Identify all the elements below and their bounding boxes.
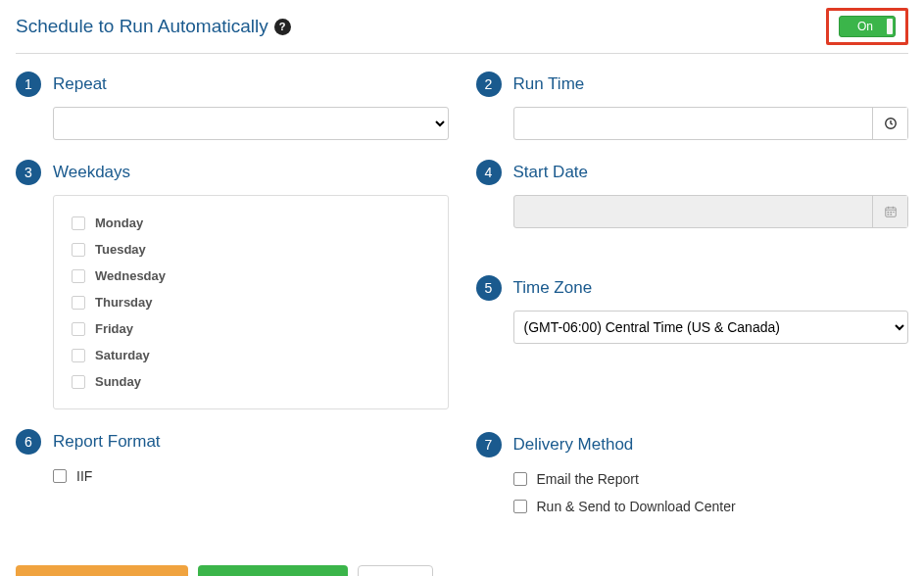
section-title-timezone: Time Zone — [513, 278, 593, 298]
weekday-row-tuesday[interactable]: Tuesday — [72, 238, 430, 261]
startdate-input — [514, 196, 873, 227]
svg-rect-7 — [893, 212, 894, 213]
format-row-iif[interactable]: IIF — [53, 464, 449, 488]
delivery-label: Run & Send to Download Center — [537, 499, 736, 514]
section-title-format: Report Format — [53, 432, 161, 452]
schedule-toggle[interactable]: On — [839, 16, 896, 37]
weekday-label: Friday — [95, 321, 133, 336]
checkbox-icon[interactable] — [72, 296, 85, 310]
section-timezone: 5 Time Zone (GMT-06:00) Central Time (US… — [476, 275, 909, 344]
right-column: 2 Run Time 4 Start Date — [476, 72, 909, 538]
weekday-label: Tuesday — [95, 242, 146, 257]
weekday-box: Monday Tuesday Wednesday Thursday — [53, 195, 449, 409]
checkbox-icon[interactable] — [72, 243, 85, 257]
checkbox-icon[interactable] — [72, 349, 85, 362]
page-title-text: Schedule to Run Automatically — [16, 16, 268, 37]
checkbox-icon[interactable] — [513, 500, 527, 513]
weekday-row-wednesday[interactable]: Wednesday — [72, 264, 430, 287]
toggle-highlight: On — [826, 8, 908, 45]
runtime-input[interactable] — [514, 108, 873, 139]
page-title: Schedule to Run Automatically ? — [16, 16, 291, 37]
weekday-label: Wednesday — [95, 268, 166, 283]
section-runtime: 2 Run Time — [476, 72, 909, 140]
delivery-row-download[interactable]: Run & Send to Download Center — [513, 495, 909, 518]
repeat-select[interactable] — [53, 107, 449, 140]
clock-icon[interactable] — [872, 108, 907, 139]
toggle-knob-icon — [887, 19, 893, 34]
checkbox-icon[interactable] — [72, 322, 85, 336]
left-column: 1 Repeat 3 Weekdays Monday — [16, 72, 449, 538]
section-title-startdate: Start Date — [513, 163, 589, 182]
weekday-label: Monday — [95, 216, 143, 230]
timezone-select[interactable]: (GMT-06:00) Central Time (US & Canada) — [513, 311, 909, 344]
svg-rect-5 — [887, 212, 889, 213]
cancel-button[interactable]: Cancel — [358, 565, 434, 576]
checkbox-icon[interactable] — [513, 472, 527, 486]
section-delivery: 7 Delivery Method Email the Report Run &… — [476, 432, 909, 518]
section-repeat: 1 Repeat — [16, 72, 449, 140]
button-row: Run Scheduled Report Save Configuration … — [16, 565, 908, 576]
weekday-label: Saturday — [95, 348, 150, 362]
section-title-repeat: Repeat — [53, 74, 107, 94]
svg-rect-9 — [890, 214, 892, 215]
weekday-row-thursday[interactable]: Thursday — [72, 291, 430, 313]
weekday-row-saturday[interactable]: Saturday — [72, 344, 430, 366]
format-label: IIF — [76, 468, 92, 484]
section-weekdays: 3 Weekdays Monday Tuesday Wednesday — [16, 160, 449, 409]
step-badge-5: 5 — [476, 275, 502, 301]
svg-rect-6 — [890, 212, 892, 213]
checkbox-icon[interactable] — [72, 269, 85, 283]
form-columns: 1 Repeat 3 Weekdays Monday — [16, 72, 908, 538]
weekday-label: Sunday — [95, 374, 141, 389]
checkbox-icon[interactable] — [53, 469, 67, 483]
save-configuration-button[interactable]: Save Configuration — [198, 565, 348, 576]
section-format: 6 Report Format IIF — [16, 429, 449, 488]
step-badge-4: 4 — [476, 160, 502, 185]
weekday-row-monday[interactable]: Monday — [72, 212, 430, 234]
checkbox-icon[interactable] — [72, 216, 85, 230]
step-badge-2: 2 — [476, 72, 502, 97]
step-badge-3: 3 — [16, 160, 41, 185]
checkbox-icon[interactable] — [72, 375, 85, 389]
toggle-label: On — [857, 20, 873, 33]
delivery-row-email[interactable]: Email the Report — [513, 467, 909, 491]
header: Schedule to Run Automatically ? On — [16, 8, 908, 54]
section-title-delivery: Delivery Method — [513, 435, 634, 455]
svg-rect-8 — [887, 214, 889, 215]
section-title-weekdays: Weekdays — [53, 163, 130, 182]
calendar-icon[interactable] — [872, 196, 907, 227]
section-startdate: 4 Start Date — [476, 160, 909, 228]
weekday-row-friday[interactable]: Friday — [72, 317, 430, 340]
run-scheduled-report-button[interactable]: Run Scheduled Report — [16, 565, 188, 576]
step-badge-6: 6 — [16, 429, 41, 455]
runtime-input-group — [513, 107, 909, 140]
step-badge-7: 7 — [476, 432, 502, 457]
weekday-row-sunday[interactable]: Sunday — [72, 370, 430, 393]
step-badge-1: 1 — [16, 72, 41, 97]
weekday-label: Thursday — [95, 295, 153, 310]
help-icon[interactable]: ? — [274, 19, 291, 35]
section-title-runtime: Run Time — [513, 74, 585, 94]
startdate-input-group — [513, 195, 909, 228]
delivery-label: Email the Report — [537, 471, 639, 487]
